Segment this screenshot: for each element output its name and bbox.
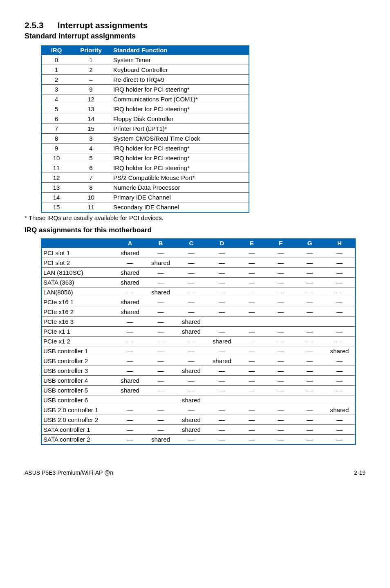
table-row: USB 2.0 controller 2——shared————— <box>41 415 355 425</box>
cell-value: — <box>115 327 146 337</box>
col-d: D <box>206 238 237 248</box>
table-row: 127PS/2 Compatible Mouse Port* <box>41 173 249 183</box>
cell-value: — <box>295 248 324 258</box>
cell-value: shared <box>176 366 206 376</box>
cell-label: USB 2.0 controller 2 <box>41 415 115 425</box>
cell-value: — <box>324 287 355 297</box>
table-row: SATA controller 1——shared————— <box>41 425 355 435</box>
table-row: 2–Re-direct to IRQ#9 <box>41 75 249 85</box>
cell-value <box>295 317 324 327</box>
table-row: LAN (8110SC)shared——————— <box>41 268 355 278</box>
cell-label: PCIe x1 2 <box>41 337 115 346</box>
cell-value: — <box>176 307 206 317</box>
cell-priority: 1 <box>71 55 111 65</box>
cell-value: — <box>237 287 266 297</box>
col-c: C <box>176 238 206 248</box>
cell-value: shared <box>176 395 206 405</box>
cell-value: — <box>295 435 324 445</box>
col-priority: Priority <box>71 45 111 55</box>
cell-value: shared <box>324 346 355 356</box>
cell-value: — <box>206 415 237 425</box>
cell-value: shared <box>145 258 176 268</box>
table-row: PCIe x1 2———shared———— <box>41 337 355 346</box>
cell-value: shared <box>145 287 176 297</box>
cell-value: — <box>266 376 295 386</box>
cell-value: — <box>324 297 355 307</box>
cell-function: PS/2 Compatible Mouse Port* <box>111 173 249 183</box>
cell-value: — <box>206 278 237 287</box>
cell-priority: 6 <box>71 163 111 173</box>
cell-value: — <box>295 307 324 317</box>
cell-function: IRQ holder for PCI steering* <box>111 144 249 153</box>
cell-value: shared <box>176 415 206 425</box>
cell-value: — <box>237 356 266 366</box>
cell-priority: 12 <box>71 94 111 104</box>
cell-value: — <box>115 415 146 425</box>
irq-motherboard-table: ABCDEFGH PCI slot 1shared———————PCI slot… <box>41 238 356 445</box>
cell-value: — <box>145 307 176 317</box>
cell-priority: 3 <box>71 134 111 144</box>
table-row: 513IRQ holder for PCI steering* <box>41 104 249 114</box>
table-row: USB controller 4shared——————— <box>41 376 355 386</box>
cell-value: — <box>237 248 266 258</box>
cell-function: IRQ holder for PCI steering* <box>111 153 249 163</box>
cell-value: — <box>237 425 266 435</box>
cell-irq: 10 <box>41 153 71 163</box>
cell-value: shared <box>324 405 355 415</box>
cell-value: — <box>324 376 355 386</box>
cell-value: — <box>237 435 266 445</box>
cell-label: USB controller 5 <box>41 386 115 395</box>
cell-value: — <box>176 287 206 297</box>
cell-value: — <box>176 248 206 258</box>
cell-label: USB controller 3 <box>41 366 115 376</box>
table-row: 39IRQ holder for PCI steering* <box>41 85 249 94</box>
cell-value: — <box>237 366 266 376</box>
cell-function: System CMOS/Real Time Clock <box>111 134 249 144</box>
cell-value: — <box>176 376 206 386</box>
cell-value: — <box>324 415 355 425</box>
footer-right: 2-19 <box>354 469 365 476</box>
cell-value: — <box>237 337 266 346</box>
cell-value: — <box>145 405 176 415</box>
table-row: 116IRQ holder for PCI steering* <box>41 163 249 173</box>
col-b: B <box>145 238 176 248</box>
cell-irq: 15 <box>41 202 71 213</box>
cell-value: — <box>266 386 295 395</box>
cell-priority: 11 <box>71 202 111 213</box>
cell-irq: 5 <box>41 104 71 114</box>
cell-value: — <box>295 327 324 337</box>
cell-value: shared <box>176 425 206 435</box>
cell-value: — <box>237 278 266 287</box>
cell-label: USB controller 4 <box>41 376 115 386</box>
cell-value: — <box>324 258 355 268</box>
cell-value <box>266 395 295 405</box>
cell-value: — <box>145 346 176 356</box>
cell-value: — <box>206 327 237 337</box>
cell-priority: 5 <box>71 153 111 163</box>
cell-value <box>324 395 355 405</box>
table-row: 94IRQ holder for PCI steering* <box>41 144 249 153</box>
table-row: LAN(8056)—shared—————— <box>41 287 355 297</box>
table-row: USB 2.0 controller 1———————shared <box>41 405 355 415</box>
cell-value: — <box>206 248 237 258</box>
cell-value: — <box>176 356 206 366</box>
cell-value: — <box>237 405 266 415</box>
cell-value: — <box>266 356 295 366</box>
cell-value: — <box>115 346 146 356</box>
cell-value <box>266 317 295 327</box>
cell-value: — <box>295 346 324 356</box>
cell-value: — <box>206 405 237 415</box>
cell-function: Communications Port (COM1)* <box>111 94 249 104</box>
cell-value <box>115 395 146 405</box>
table-row: SATA controller 2—shared—————— <box>41 435 355 445</box>
table-row: USB controller 2———shared———— <box>41 356 355 366</box>
table-row: 1410Primary IDE Channel <box>41 193 249 202</box>
cell-value: shared <box>115 376 146 386</box>
cell-value: — <box>145 415 176 425</box>
cell-value: — <box>324 268 355 278</box>
cell-value: — <box>176 297 206 307</box>
cell-value <box>206 395 237 405</box>
cell-value: — <box>295 415 324 425</box>
col-a: A <box>115 238 146 248</box>
col-blank <box>41 238 115 248</box>
